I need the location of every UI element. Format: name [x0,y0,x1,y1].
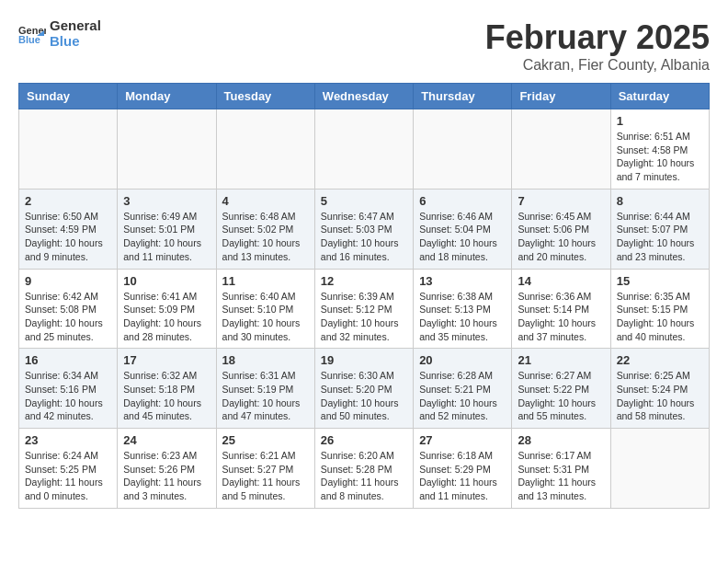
day-number: 18 [222,353,309,367]
day-number: 11 [222,274,309,288]
calendar-day-cell [314,109,413,190]
calendar-day-cell: 27Sunrise: 6:18 AM Sunset: 5:29 PM Dayli… [414,429,512,509]
calendar-day-cell: 9Sunrise: 6:42 AM Sunset: 5:08 PM Daylig… [19,269,118,349]
calendar-day-cell: 25Sunrise: 6:21 AM Sunset: 5:27 PM Dayli… [216,429,314,509]
calendar-day-cell: 13Sunrise: 6:38 AM Sunset: 5:13 PM Dayli… [414,269,512,349]
day-number: 24 [123,433,210,447]
day-number: 12 [321,274,407,288]
day-info: Sunrise: 6:23 AM Sunset: 5:26 PM Dayligh… [123,449,210,503]
day-info: Sunrise: 6:35 AM Sunset: 5:15 PM Dayligh… [617,290,703,344]
day-number: 21 [518,353,604,367]
day-number: 2 [25,194,111,208]
day-info: Sunrise: 6:51 AM Sunset: 4:58 PM Dayligh… [617,130,703,184]
day-info: Sunrise: 6:46 AM Sunset: 5:04 PM Dayligh… [419,210,506,264]
calendar-day-cell: 18Sunrise: 6:31 AM Sunset: 5:19 PM Dayli… [216,349,314,429]
day-number: 10 [123,274,210,288]
day-number: 13 [419,274,506,288]
calendar-day-cell: 21Sunrise: 6:27 AM Sunset: 5:22 PM Dayli… [512,349,610,429]
day-info: Sunrise: 6:48 AM Sunset: 5:02 PM Dayligh… [222,210,309,264]
calendar-day-cell [512,109,610,190]
calendar-day-cell: 26Sunrise: 6:20 AM Sunset: 5:28 PM Dayli… [314,429,413,509]
calendar-week-row: 23Sunrise: 6:24 AM Sunset: 5:25 PM Dayli… [19,429,710,509]
day-info: Sunrise: 6:50 AM Sunset: 4:59 PM Dayligh… [25,210,111,264]
day-number: 28 [518,433,604,447]
day-info: Sunrise: 6:18 AM Sunset: 5:29 PM Dayligh… [419,449,506,503]
day-info: Sunrise: 6:25 AM Sunset: 5:24 PM Dayligh… [617,369,703,423]
header: General Blue General Blue February 2025 … [18,18,710,74]
weekday-header-saturday: Saturday [610,84,709,109]
day-info: Sunrise: 6:36 AM Sunset: 5:14 PM Dayligh… [518,290,604,344]
calendar-day-cell: 11Sunrise: 6:40 AM Sunset: 5:10 PM Dayli… [216,269,314,349]
day-number: 5 [321,194,407,208]
calendar-week-row: 2Sunrise: 6:50 AM Sunset: 4:59 PM Daylig… [19,189,710,269]
weekday-header-thursday: Thursday [414,84,512,109]
calendar-day-cell: 17Sunrise: 6:32 AM Sunset: 5:18 PM Dayli… [118,349,216,429]
day-number: 17 [123,353,210,367]
day-info: Sunrise: 6:42 AM Sunset: 5:08 PM Dayligh… [25,290,111,344]
day-info: Sunrise: 6:47 AM Sunset: 5:03 PM Dayligh… [321,210,407,264]
calendar-day-cell [414,109,512,190]
day-info: Sunrise: 6:31 AM Sunset: 5:19 PM Dayligh… [222,369,309,423]
calendar-week-row: 1Sunrise: 6:51 AM Sunset: 4:58 PM Daylig… [19,109,710,190]
calendar-day-cell: 19Sunrise: 6:30 AM Sunset: 5:20 PM Dayli… [314,349,413,429]
day-number: 25 [222,433,309,447]
calendar-day-cell [118,109,216,190]
day-number: 19 [321,353,407,367]
calendar-week-row: 16Sunrise: 6:34 AM Sunset: 5:16 PM Dayli… [19,349,710,429]
calendar-day-cell: 22Sunrise: 6:25 AM Sunset: 5:24 PM Dayli… [610,349,709,429]
logo-general: General [50,18,101,34]
month-title: February 2025 [485,18,710,57]
day-info: Sunrise: 6:39 AM Sunset: 5:12 PM Dayligh… [321,290,407,344]
calendar-day-cell: 28Sunrise: 6:17 AM Sunset: 5:31 PM Dayli… [512,429,610,509]
day-info: Sunrise: 6:30 AM Sunset: 5:20 PM Dayligh… [321,369,407,423]
day-info: Sunrise: 6:41 AM Sunset: 5:09 PM Dayligh… [123,290,210,344]
day-number: 15 [617,274,703,288]
day-info: Sunrise: 6:49 AM Sunset: 5:01 PM Dayligh… [123,210,210,264]
weekday-header-tuesday: Tuesday [216,84,314,109]
day-info: Sunrise: 6:34 AM Sunset: 5:16 PM Dayligh… [25,369,111,423]
calendar-day-cell: 1Sunrise: 6:51 AM Sunset: 4:58 PM Daylig… [610,109,709,190]
calendar-day-cell: 4Sunrise: 6:48 AM Sunset: 5:02 PM Daylig… [216,189,314,269]
day-info: Sunrise: 6:32 AM Sunset: 5:18 PM Dayligh… [123,369,210,423]
day-info: Sunrise: 6:28 AM Sunset: 5:21 PM Dayligh… [419,369,506,423]
weekday-header-row: SundayMondayTuesdayWednesdayThursdayFrid… [19,84,710,109]
day-number: 6 [419,194,506,208]
day-number: 1 [617,114,703,128]
calendar-day-cell: 14Sunrise: 6:36 AM Sunset: 5:14 PM Dayli… [512,269,610,349]
calendar-day-cell: 3Sunrise: 6:49 AM Sunset: 5:01 PM Daylig… [118,189,216,269]
day-number: 4 [222,194,309,208]
logo-icon: General Blue [18,23,46,45]
day-info: Sunrise: 6:40 AM Sunset: 5:10 PM Dayligh… [222,290,309,344]
calendar-day-cell: 2Sunrise: 6:50 AM Sunset: 4:59 PM Daylig… [19,189,118,269]
calendar-day-cell: 15Sunrise: 6:35 AM Sunset: 5:15 PM Dayli… [610,269,709,349]
day-number: 27 [419,433,506,447]
calendar-day-cell [19,109,118,190]
calendar-table: SundayMondayTuesdayWednesdayThursdayFrid… [18,83,710,509]
calendar-day-cell: 6Sunrise: 6:46 AM Sunset: 5:04 PM Daylig… [414,189,512,269]
weekday-header-wednesday: Wednesday [314,84,413,109]
location-title: Cakran, Fier County, Albania [485,57,710,74]
day-info: Sunrise: 6:21 AM Sunset: 5:27 PM Dayligh… [222,449,309,503]
day-number: 22 [617,353,703,367]
weekday-header-monday: Monday [118,84,216,109]
day-number: 7 [518,194,604,208]
calendar-day-cell [216,109,314,190]
day-number: 8 [617,194,703,208]
day-number: 3 [123,194,210,208]
weekday-header-sunday: Sunday [19,84,118,109]
calendar-day-cell: 7Sunrise: 6:45 AM Sunset: 5:06 PM Daylig… [512,189,610,269]
day-number: 9 [25,274,111,288]
calendar-day-cell: 12Sunrise: 6:39 AM Sunset: 5:12 PM Dayli… [314,269,413,349]
day-info: Sunrise: 6:27 AM Sunset: 5:22 PM Dayligh… [518,369,604,423]
day-info: Sunrise: 6:44 AM Sunset: 5:07 PM Dayligh… [617,210,703,264]
svg-text:Blue: Blue [18,34,40,45]
calendar-day-cell: 24Sunrise: 6:23 AM Sunset: 5:26 PM Dayli… [118,429,216,509]
day-info: Sunrise: 6:45 AM Sunset: 5:06 PM Dayligh… [518,210,604,264]
day-number: 23 [25,433,111,447]
day-number: 16 [25,353,111,367]
day-info: Sunrise: 6:38 AM Sunset: 5:13 PM Dayligh… [419,290,506,344]
calendar-day-cell: 5Sunrise: 6:47 AM Sunset: 5:03 PM Daylig… [314,189,413,269]
day-info: Sunrise: 6:20 AM Sunset: 5:28 PM Dayligh… [321,449,407,503]
title-section: February 2025 Cakran, Fier County, Alban… [485,18,710,74]
day-number: 14 [518,274,604,288]
